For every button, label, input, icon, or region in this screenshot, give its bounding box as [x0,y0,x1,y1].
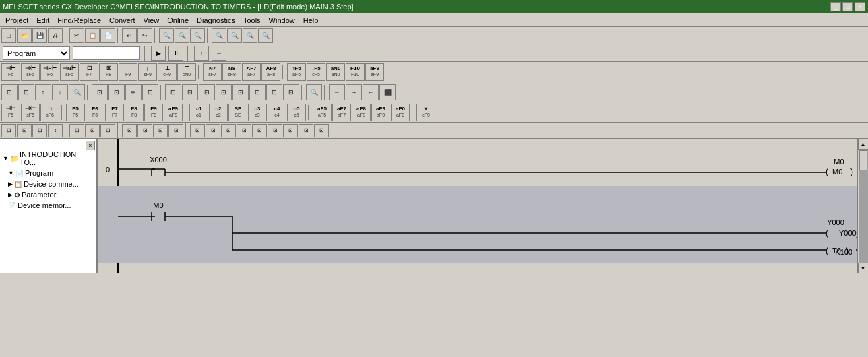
fkey-sf7[interactable]: N7sF7 [203,63,222,81]
fkey2-col-f5[interactable]: F5F5 [66,104,85,121]
sym-btn-1[interactable]: ⊡ [1,84,18,100]
undo-button[interactable]: ↩ [122,28,137,43]
fkey2-col-f6[interactable]: F6F6 [86,104,104,121]
fkey-an0[interactable]: aN0aN0 [326,63,345,81]
tree-close-button[interactable]: × [86,141,95,150]
minimize-button[interactable]: _ [830,2,841,11]
fkey2-sf6[interactable]: ↑↓sF6 [40,104,59,121]
new-button[interactable]: □ [1,28,16,43]
sym-btn-4[interactable]: ↓ [52,84,68,100]
sym-btn-3[interactable]: ↑ [35,84,51,100]
small-btn-20[interactable]: ⊡ [314,124,329,137]
small-btn-1[interactable]: ⊡ [1,124,16,137]
sym-btn-15[interactable]: ⊡ [249,84,266,100]
small-btn-11[interactable]: ⊡ [168,124,183,137]
sym-btn-12[interactable]: ⊡ [199,84,215,100]
scroll-down-button[interactable]: ▼ [858,263,869,273]
sym-btn-6[interactable]: ⊡ [92,84,108,100]
close-button[interactable]: × [855,2,865,11]
fkey2-c2[interactable]: c2c2 [209,104,228,121]
fkey-sf5[interactable]: ⊣/⊢sF5 [21,63,40,81]
cut-button[interactable]: ✂ [69,28,84,43]
fkey-f5[interactable]: ⊣⊢F5 [1,63,20,81]
vertical-scrollbar[interactable]: ▲ ▼ [857,139,868,273]
menu-online[interactable]: Online [163,15,193,26]
fkey-f8[interactable]: ☒F8 [99,63,118,81]
fkey-cf5[interactable]: ↓F5cF5 [307,63,326,81]
small-btn-16[interactable]: ⊡ [252,124,267,137]
print-button[interactable]: 🖨 [48,28,63,43]
paste-button[interactable]: 📄 [100,28,115,43]
fkey-af5[interactable]: ↑F5aF5 [287,63,306,81]
small-btn-5[interactable]: ⊡ [69,124,84,137]
prog-btn4[interactable]: ↔ [212,46,226,61]
fkey2-col-f9[interactable]: F9F9 [144,104,163,121]
program-dropdown[interactable]: Program [3,46,70,60]
fkey-cn0[interactable]: ⊤cN0 [177,63,196,81]
small-btn-13[interactable]: ⊡ [206,124,220,137]
small-btn-7[interactable]: ⊡ [100,124,115,137]
sym-btn-13[interactable]: ⊡ [216,84,232,100]
menu-find-replace[interactable]: Find/Replace [53,15,105,26]
sym-btn-17[interactable]: ⊡ [283,84,299,100]
fkey2-f5[interactable]: ⊣⊢F5 [1,104,20,121]
menu-view[interactable]: View [140,15,164,26]
fkey2-xcf9[interactable]: XcF9 [416,104,435,121]
scroll-up-button[interactable]: ▲ [858,139,869,150]
fkey-f9[interactable]: ―F9 [119,63,137,81]
program-input[interactable] [73,46,140,60]
menu-convert[interactable]: Convert [105,15,140,26]
zoom-out-button[interactable]: 🔍 [190,28,205,43]
fkey2-c5[interactable]: c5c5 [287,104,306,121]
fkey2-o1[interactable]: ○1o1 [189,104,208,121]
fkey2-c3[interactable]: c3c3 [248,104,267,121]
small-btn-2[interactable]: ⊡ [17,124,32,137]
replace-button[interactable]: 🔍 [227,28,242,43]
fkey-af8[interactable]: AF8aF8 [261,63,280,81]
redo-button[interactable]: ↪ [137,28,152,43]
sym-btn-10[interactable]: ⊡ [165,84,181,100]
menu-help[interactable]: Help [299,15,323,26]
fkey-sf8[interactable]: N8sF8 [222,63,241,81]
small-btn-8[interactable]: ⊡ [122,124,137,137]
small-btn-4[interactable]: ↕ [48,124,63,137]
small-btn-9[interactable]: ⊡ [137,124,152,137]
maximize-button[interactable]: □ [842,2,853,11]
fkey2-col-f8[interactable]: F8F8 [125,104,144,121]
fkey2-af7[interactable]: aF7aF7 [332,104,351,121]
small-btn-18[interactable]: ⊡ [283,124,298,137]
fkey2-col-af9[interactable]: aF9aF9 [164,104,183,121]
menu-edit[interactable]: Edit [32,15,53,26]
small-btn-10[interactable]: ⊡ [153,124,168,137]
tree-item-device-memory[interactable]: 📄 Device memor... [0,200,96,211]
fkey2-se[interactable]: SESE [228,104,247,121]
menu-diagnostics[interactable]: Diagnostics [193,15,239,26]
fkey2-sf5[interactable]: ⊣/⊢sF5 [21,104,40,121]
sym-btn-8[interactable]: ✏ [125,84,142,100]
prog-btn2[interactable]: ⏸ [168,46,183,61]
find-prev-button[interactable]: 🔍 [258,28,273,43]
fkey-af9[interactable]: aF9aF9 [365,63,384,81]
sym-btn-16[interactable]: ⊡ [266,84,282,100]
small-btn-19[interactable]: ⊡ [299,124,313,137]
prog-btn1[interactable]: ▶ [151,46,166,61]
fkey-cf9[interactable]: ⊥cF9 [158,63,177,81]
small-btn-12[interactable]: ⊡ [190,124,205,137]
fkey2-af5[interactable]: aF5aF5 [313,104,332,121]
tree-item-introduction[interactable]: ▼ 📁 INTRODUCTION TO... [0,149,96,168]
fkey2-af0[interactable]: aF0aF0 [391,104,410,121]
zoom-fit-button[interactable]: 🔍 [159,28,174,43]
sym-btn-19[interactable]: ← [329,84,345,100]
sym-btn-20[interactable]: → [346,84,362,100]
sym-btn-7[interactable]: ⊡ [108,84,125,100]
zoom-in-button[interactable]: 🔍 [175,28,189,43]
small-btn-14[interactable]: ⊡ [221,124,236,137]
find-button[interactable]: 🔍 [212,28,226,43]
menu-project[interactable]: Project [1,15,32,26]
small-btn-15[interactable]: ⊡ [237,124,251,137]
fkey2-col-f7[interactable]: F7F7 [105,104,124,121]
fkey-f7[interactable]: ☐F7 [80,63,98,81]
small-btn-3[interactable]: ⊡ [32,124,47,137]
copy-button[interactable]: 📋 [85,28,100,43]
small-btn-17[interactable]: ⊡ [268,124,282,137]
